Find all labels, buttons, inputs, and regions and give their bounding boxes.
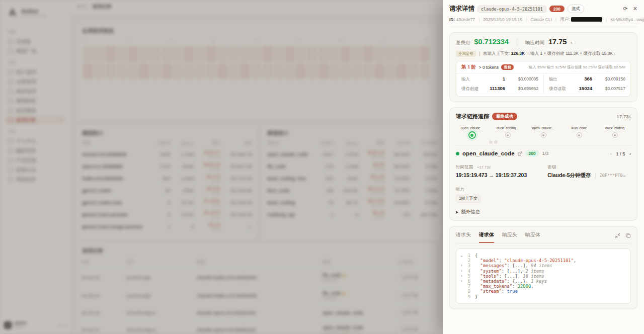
total-cost: $0.712334 <box>474 38 509 46</box>
trace-node[interactable]: duck_coding... <box>492 126 523 139</box>
body-tabs: 请求头请求体响应头响应体 <box>456 231 540 243</box>
extra-info-toggle[interactable]: 额外信息 <box>456 209 631 215</box>
trace-node-circle-icon <box>468 131 476 139</box>
attempt-header: open_claude_code 200 1/3 ‹ 1 / 5 › <box>456 150 631 156</box>
tier-cell-label: 输出 <box>549 76 575 82</box>
capability-label: 能力 <box>456 187 464 192</box>
trace-subattempts <box>489 140 498 144</box>
api-key-masked: sk-WvzISy4...uwgB <box>610 17 644 22</box>
tier-cell-label: 缓存创建 <box>461 86 488 92</box>
trace-card: 请求链路追踪 最终成功 17.73s open_claude... duck_c… <box>449 107 637 221</box>
json-code-viewer[interactable]: ⌄1{2 "model": "claude-opus-4-5-20251101"… <box>456 248 631 304</box>
id-label: ID: <box>449 17 455 22</box>
trace-node[interactable]: open_claude... <box>456 126 488 139</box>
trace-node[interactable]: ikun_code <box>564 126 595 139</box>
tier-cell-tokens: 15034 <box>575 86 592 91</box>
divider <box>517 39 517 46</box>
pager-position: 1 / 5 <box>616 151 625 156</box>
success-dot-icon <box>456 152 459 155</box>
payload-tab[interactable]: 响应体 <box>525 231 540 243</box>
cost-summary-card: 总费用 $0.712334 响应时间 17.75 s 全局定价 总输入上下文: … <box>449 32 637 102</box>
trace-node-list: open_claude... duck_coding... open_claud… <box>456 126 630 139</box>
tier-cell-tokens: 366 <box>575 76 592 81</box>
trace-duration: 17.73s <box>616 114 631 119</box>
subattempt-dot-icon <box>489 140 493 144</box>
triangle-right-icon <box>456 211 458 214</box>
redacted-username <box>571 17 602 22</box>
tier-cell: 缓存创建 111306 $0.695662 <box>456 84 543 94</box>
context-label: 总输入上下文: <box>483 51 510 56</box>
payload-tabs-row: 请求头请求体响应头响应体 <box>456 231 631 243</box>
tier-cell-cost: $0.695662 <box>505 86 538 91</box>
latency-unit: s <box>571 40 573 45</box>
status-code-badge: 200 <box>549 6 565 12</box>
cost-label: 总费用 <box>456 40 470 46</box>
subattempt-dot-icon <box>494 140 498 144</box>
payload-tab[interactable]: 请求体 <box>479 231 494 243</box>
trace-title: 请求链路追踪 <box>456 113 489 120</box>
request-meta-row: ID: 43cede77 | 2025/12/10 19:15:19 | Cla… <box>449 13 637 27</box>
payload-card: 请求头请求体响应头响应体 ⌄1{2 "model": "claude-opus-… <box>449 226 637 309</box>
divider: | <box>606 17 607 22</box>
tier-cell-cost: $0.007517 <box>592 86 625 91</box>
drawer-title: 请求详情 <box>449 5 474 13</box>
divider <box>595 173 596 178</box>
trace-node-circle-icon <box>505 132 511 138</box>
key-name: Claude-5分钟缓存 <box>547 172 591 179</box>
collapse-icon[interactable] <box>615 233 620 238</box>
trace-timeline: open_claude... duck_coding... open_claud… <box>456 126 631 145</box>
time-range-value: 19:15:19.473 → 19:15:37.203 <box>456 172 547 178</box>
payload-tab[interactable]: 响应头 <box>502 231 517 243</box>
key-masked-value: Z0F***PT0= <box>600 173 625 178</box>
tier-range: > 0 tokens <box>479 65 499 70</box>
latency-label: 响应时间 <box>525 40 544 46</box>
client-name: Claude CLI <box>531 17 552 22</box>
tier-cell-tokens: 1 <box>488 76 505 81</box>
trace-node-label: open_claude... <box>528 126 559 130</box>
context-detail: （输入 1 + 缓存创建 111.3K + 缓存读取 15.0K） <box>526 51 617 56</box>
pager-prev-icon[interactable]: ‹ <box>610 151 612 156</box>
trace-node-circle-icon <box>541 132 546 138</box>
refresh-icon[interactable]: ⟳ <box>623 6 628 12</box>
attempt-status-badge: 200 <box>525 150 539 156</box>
tier-cell: 输入 1 $0.000005 <box>456 74 543 84</box>
copy-icon[interactable] <box>625 233 631 238</box>
trace-node[interactable]: open_claude... <box>528 126 559 139</box>
trace-node-circle-icon <box>577 132 582 138</box>
tier-label: 第 1 阶 <box>461 64 476 70</box>
tier-cell-label: 缓存读取 <box>549 86 575 92</box>
global-pricing-badge: 全局定价 <box>456 51 476 57</box>
request-time: 2025/12/10 19:15:19 <box>483 17 522 22</box>
pager-next-icon[interactable]: › <box>629 151 631 156</box>
tier-cell: 缓存读取 15034 $0.007517 <box>543 84 630 94</box>
drawer-header: 请求详情 claude-opus-4-5-20251101 200 流式 ⟳ ✕ <box>449 0 637 13</box>
time-range-label: 时间范围 <box>456 164 473 170</box>
trace-node-label: duck_coding <box>599 126 630 130</box>
request-detail-drawer: 请求详情 claude-opus-4-5-20251101 200 流式 ⟳ ✕… <box>443 0 644 334</box>
tier-prices: 输入 $5/M 输出 $25/M 缓存创建 $6.25/M 缓存读取 $0.5/… <box>529 65 625 70</box>
close-icon[interactable]: ✕ <box>633 6 637 12</box>
external-link-icon[interactable] <box>518 151 522 156</box>
divider: | <box>526 17 527 22</box>
tier-cell: 输出 366 $0.009150 <box>543 74 630 84</box>
tier-cell-cost: $0.009150 <box>592 76 625 81</box>
key-label: 密钥 <box>547 164 556 170</box>
trace-node-circle-icon <box>612 132 618 138</box>
attempt-try-count: 1/3 <box>542 151 549 156</box>
attempt-pager: ‹ 1 / 5 › <box>610 151 631 156</box>
trace-node[interactable]: duck_coding <box>599 126 630 139</box>
tier-cell-cost: $0.000005 <box>505 76 538 81</box>
pricing-tier-table: 第 1 阶 > 0 tokens 当前 输入 $5/M 输出 $25/M 缓存创… <box>456 61 631 97</box>
request-id: 43cede77 <box>456 17 475 22</box>
model-tag: claude-opus-4-5-20251101 <box>477 6 546 13</box>
tier-cell-label: 输入 <box>461 76 488 82</box>
trace-node-label: ikun_code <box>564 126 595 130</box>
time-delta: +17.73s <box>477 165 491 170</box>
divider: | <box>555 17 556 22</box>
user-label: 用户: <box>560 17 570 22</box>
tier-cell-tokens: 111306 <box>488 86 505 91</box>
extra-info-label: 额外信息 <box>461 209 480 215</box>
divider <box>479 51 480 56</box>
payload-tab[interactable]: 请求头 <box>456 231 471 243</box>
final-status-badge: 最终成功 <box>492 113 517 120</box>
